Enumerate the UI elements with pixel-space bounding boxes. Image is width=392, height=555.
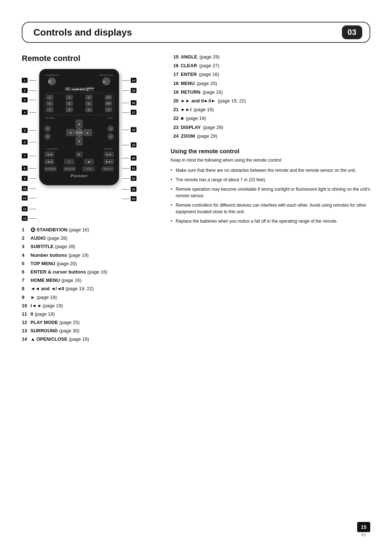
label-22: 22 bbox=[122, 175, 136, 182]
page-lang: En bbox=[362, 533, 366, 537]
using-intro: Keep in mind the following when using th… bbox=[171, 157, 370, 163]
btn-7[interactable]: 7 bbox=[46, 107, 53, 112]
numpad-row-3: 7 8 9 0 bbox=[46, 107, 112, 112]
list-item-13: 13 SURROUND (page 30) bbox=[22, 328, 160, 334]
btn-enter[interactable]: ENT bbox=[105, 101, 112, 106]
fast-forward-btn[interactable]: ►► bbox=[104, 151, 114, 157]
prev-btn[interactable]: I◄◄ bbox=[44, 159, 54, 165]
rewind-btn[interactable]: ◄◄ bbox=[44, 151, 54, 157]
open-close-btn[interactable]: ▲ bbox=[102, 77, 110, 85]
skip-btn[interactable]: ►►I bbox=[104, 159, 114, 165]
right-list: 15 ANGLE (page 29) 16 CLEAR (page 27) 17… bbox=[171, 54, 370, 139]
using-section: Using the remote control Keep in mind th… bbox=[171, 148, 370, 224]
label-11: 11 bbox=[22, 195, 36, 201]
list-item-1: 1 ⏻ STANDBY/ON (page 16) bbox=[22, 227, 160, 233]
bullet-item-4: Remote controllers for different devices… bbox=[171, 202, 370, 215]
zoom-btn[interactable]: ZOOM bbox=[82, 166, 95, 171]
label-24: 24 bbox=[122, 195, 136, 202]
dpad-right-btn[interactable]: ► bbox=[83, 129, 92, 136]
play-btn[interactable]: ► bbox=[75, 151, 83, 157]
bullet-item-3: Remote operation may become unreliable i… bbox=[171, 186, 370, 199]
numpad-row-2: 4 5 6 ENT bbox=[46, 101, 112, 106]
play-mode-btn[interactable]: PLAY MODE bbox=[44, 166, 57, 171]
page-number-area: 15 En bbox=[357, 522, 370, 537]
dpad: ▲ ▼ ◄ ► ENTER bbox=[66, 119, 92, 146]
list-item-11: 11 II (page 19) bbox=[22, 311, 160, 317]
btn-9[interactable]: 9 bbox=[85, 107, 93, 112]
remote-control-image: STANDBY/ON OPEN/CLOSE ⏻ ▲ bbox=[39, 69, 119, 185]
label-4: 4 bbox=[22, 109, 36, 116]
label-6: 6 bbox=[22, 139, 36, 145]
btn-6[interactable]: 6 bbox=[85, 101, 93, 106]
power-btn[interactable]: ⏻ bbox=[48, 77, 56, 85]
dpad-enter-btn[interactable]: ENTER bbox=[75, 128, 83, 137]
top-menu-label: TOP MENU bbox=[45, 117, 54, 119]
page-container: Controls and displays 03 Remote control … bbox=[0, 0, 392, 555]
dpad-up-btn[interactable]: ▲ bbox=[75, 119, 83, 128]
page-number-badge: 15 bbox=[357, 522, 370, 532]
list-item-8: 8 ◄◄ and ◄/◄II (page 19, 22) bbox=[22, 285, 160, 292]
btn-0[interactable]: 0 bbox=[105, 107, 112, 112]
subtitle-btn[interactable]: SUBTITLE bbox=[79, 87, 86, 92]
dpad-down-btn[interactable]: ▼ bbox=[75, 137, 83, 146]
bottom-row: PLAY MODE SURROUND ZOOM DISPLAY bbox=[44, 166, 114, 171]
label-2: 2 bbox=[22, 87, 36, 94]
menu-label-remote: MENU bbox=[108, 117, 113, 119]
bullet-item-2: The remote has a range of about 7 m (23 … bbox=[171, 177, 370, 183]
right-item-22: 22 ■ (page 19) bbox=[171, 115, 370, 122]
open-close-label: OPEN/CLOSE bbox=[99, 74, 113, 76]
label-8: 8 bbox=[22, 165, 36, 171]
right-item-18: 18 MENU (page 20) bbox=[171, 80, 370, 87]
display-btn[interactable]: DISPLAY bbox=[102, 166, 114, 171]
label-18: 18 bbox=[122, 126, 136, 133]
right-item-20: 20 ►► and II►/I► (page 19, 22) bbox=[171, 98, 370, 104]
btn-5[interactable]: 5 bbox=[66, 101, 73, 106]
top-right-oval[interactable]: ⊙ bbox=[107, 125, 114, 132]
dpad-left-btn[interactable]: ◄ bbox=[66, 129, 75, 136]
main-content: Remote control 1 2 3 bbox=[22, 54, 370, 345]
left-ovals: ⊙ ⊙ bbox=[44, 125, 51, 140]
label-9: 9 bbox=[22, 175, 36, 182]
right-ovals: ⊙ ⊙ bbox=[107, 125, 114, 140]
label-7: 7 bbox=[22, 153, 36, 159]
remote-left-labels: 1 2 3 4 5 bbox=[22, 69, 36, 224]
right-column: 15 ANGLE (page 29) 16 CLEAR (page 27) 17… bbox=[171, 54, 370, 227]
btn-8[interactable]: 8 bbox=[66, 107, 73, 112]
list-item-6: 6 ENTER & cursor buttons (page 16) bbox=[22, 269, 160, 275]
right-item-15: 15 ANGLE (page 29) bbox=[171, 54, 370, 60]
pause-btn[interactable]: II bbox=[64, 159, 74, 165]
label-14: 14 bbox=[122, 77, 136, 84]
label-13: 13 bbox=[22, 215, 36, 222]
right-item-24: 24 ZOOM (page 29) bbox=[171, 133, 370, 139]
list-item-9: 9 ► (page 19) bbox=[22, 294, 160, 301]
btn-clear[interactable]: CLR bbox=[105, 95, 112, 100]
remote-control-title: Remote control bbox=[22, 54, 160, 63]
label-15: 15 bbox=[122, 87, 136, 94]
dpad-section: ⊙ ⊙ ▲ ▼ ◄ ► ENTER ⊙ bbox=[44, 119, 114, 146]
list-item-5: 5 TOP MENU (page 20) bbox=[22, 260, 160, 267]
angle-btn[interactable]: ANGLE ◄ bbox=[87, 87, 94, 92]
label-17: 17 bbox=[122, 109, 136, 116]
btn-3[interactable]: 3 bbox=[85, 95, 93, 100]
surround-btn[interactable]: SURROUND bbox=[64, 166, 76, 171]
btn-2[interactable]: 2 bbox=[66, 95, 73, 100]
bottom-left-oval[interactable]: ⊙ bbox=[44, 133, 51, 140]
transport-row-2: I◄◄ II ■ ►►I bbox=[44, 159, 114, 165]
btn-4[interactable]: 4 bbox=[46, 101, 53, 106]
numpad-area: 1 2 3 CLR 4 5 6 ENT 7 bbox=[44, 93, 114, 115]
page-title: Controls and displays bbox=[33, 27, 132, 38]
right-item-23: 23 DISPLAY (page 29) bbox=[171, 124, 370, 131]
top-left-oval[interactable]: ⊙ bbox=[44, 125, 51, 132]
list-item-10: 10 I◄◄ (page 19) bbox=[22, 303, 160, 309]
btn-1[interactable]: 1 bbox=[46, 95, 53, 100]
next-btn[interactable]: ■ bbox=[84, 159, 94, 165]
home-menu-label: HOME MENU bbox=[46, 148, 58, 150]
right-item-19: 19 RETURN (page 16) bbox=[171, 89, 370, 96]
remote-section: 1 2 3 4 5 bbox=[22, 69, 160, 224]
transport-row-1: ◄◄ ► ►► bbox=[44, 151, 114, 157]
list-item-4: 4 Number buttons (page 19) bbox=[22, 252, 160, 259]
label-12: 12 bbox=[22, 206, 36, 212]
label-21: 21 bbox=[122, 165, 136, 171]
bottom-right-oval[interactable]: ⊙ bbox=[107, 133, 114, 140]
label-23: 23 bbox=[122, 186, 136, 193]
